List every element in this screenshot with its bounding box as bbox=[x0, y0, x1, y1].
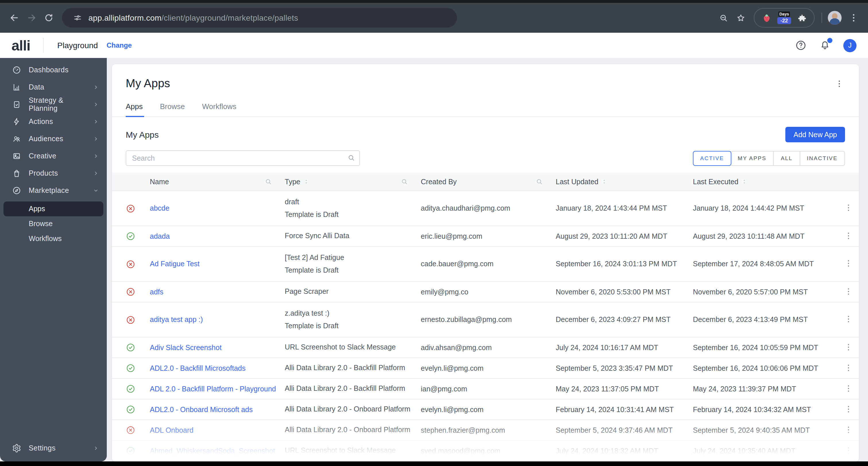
notifications-bell-icon[interactable] bbox=[819, 40, 831, 51]
page-menu-icon[interactable] bbox=[835, 79, 845, 90]
reload-icon[interactable] bbox=[40, 9, 57, 26]
sidebar-item-label: Actions bbox=[29, 118, 53, 126]
table-header-row: NameTypeCreated ByLast UpdatedLast Execu… bbox=[112, 173, 859, 191]
column-label: Created By bbox=[421, 178, 457, 186]
row-menu-icon[interactable] bbox=[844, 446, 854, 456]
row-menu-icon[interactable] bbox=[844, 314, 854, 325]
row-name-cell: adada bbox=[150, 232, 278, 240]
row-last-updated-cell: November 6, 2020 5:53:00 PM MST bbox=[556, 288, 686, 296]
sidebar-item-creative[interactable]: Creative bbox=[0, 148, 107, 165]
filter-active-button[interactable]: ACTIVE bbox=[693, 151, 732, 165]
user-avatar[interactable]: J bbox=[843, 39, 857, 52]
app-name-link[interactable]: adada bbox=[150, 232, 170, 240]
filter-inactive-button[interactable]: INACTIVE bbox=[800, 151, 845, 165]
row-menu-icon[interactable] bbox=[844, 259, 854, 269]
row-created-by-cell: aditya.chaudhari@pmg.com bbox=[421, 204, 549, 212]
browser-chrome: app.alliplatform.com/client/playground/m… bbox=[0, 0, 868, 33]
column-search-icon[interactable] bbox=[265, 178, 272, 185]
back-icon[interactable] bbox=[6, 9, 23, 26]
app-name-link[interactable]: Adiv Slack Screenshot bbox=[150, 343, 222, 351]
row-menu-icon[interactable] bbox=[844, 342, 854, 353]
row-created-by-cell: ernesto.zubillaga@pmg.com bbox=[421, 316, 549, 324]
sort-icon[interactable] bbox=[741, 179, 747, 185]
row-menu-icon[interactable] bbox=[844, 287, 854, 297]
sidebar-item-settings[interactable]: Settings bbox=[0, 440, 107, 457]
column-search-icon[interactable] bbox=[401, 178, 408, 185]
row-actions-cell bbox=[825, 446, 854, 456]
column-search-icon[interactable] bbox=[536, 178, 543, 185]
row-status-cell bbox=[126, 287, 143, 297]
app-name-link[interactable]: ADL2.0 - Backfill Microsoftads bbox=[150, 364, 245, 372]
sort-icon[interactable] bbox=[303, 179, 309, 185]
row-created-by-cell: evelyn.li@pmg.com bbox=[421, 405, 549, 413]
status-error-icon bbox=[126, 287, 135, 297]
row-name-cell: adfs bbox=[150, 288, 278, 296]
app-name-link[interactable]: Ad Fatigue Test bbox=[150, 260, 199, 268]
row-menu-icon[interactable] bbox=[844, 425, 854, 435]
app-name-link[interactable]: ADL 2.0 - Backfill Platform - Playground bbox=[150, 385, 276, 393]
browser-profile-avatar[interactable] bbox=[828, 11, 842, 25]
days-extension-badge[interactable]: Days-22 bbox=[777, 11, 792, 24]
apps-table: NameTypeCreated ByLast UpdatedLast Execu… bbox=[112, 173, 859, 461]
zoom-out-icon[interactable] bbox=[715, 9, 732, 26]
sidebar-item-marketplace[interactable]: Marketplace bbox=[0, 182, 107, 199]
app-name-link[interactable]: adfs bbox=[150, 288, 163, 296]
strawberry-extension-icon[interactable] bbox=[760, 11, 773, 25]
site-settings-icon[interactable] bbox=[70, 10, 85, 25]
status-success-icon bbox=[126, 231, 135, 241]
sidebar-subitem-apps[interactable]: Apps bbox=[3, 201, 103, 216]
app-name-link[interactable]: ADL2.0 - Onboard Microsoft ads bbox=[150, 405, 253, 413]
sidebar-subitem-browse[interactable]: Browse bbox=[3, 216, 103, 231]
help-icon[interactable] bbox=[795, 40, 807, 51]
bookmark-star-icon[interactable] bbox=[732, 9, 749, 26]
chevron-right-icon bbox=[93, 84, 99, 90]
app-name-link[interactable]: ADL Onboard bbox=[150, 426, 193, 434]
filter-all-button[interactable]: ALL bbox=[774, 151, 800, 165]
sidebar-item-dashboards[interactable]: Dashboards bbox=[0, 61, 107, 79]
app-header: alli Playground Change J bbox=[0, 33, 868, 58]
add-new-app-button[interactable]: Add New App bbox=[786, 127, 845, 142]
table-row: ADL2.0 - Backfill MicrosoftadsAlli Data … bbox=[112, 358, 859, 379]
row-status-cell bbox=[126, 363, 143, 373]
forward-icon[interactable] bbox=[23, 9, 40, 26]
row-menu-icon[interactable] bbox=[844, 363, 854, 373]
row-status-cell bbox=[126, 405, 143, 414]
sort-icon[interactable] bbox=[601, 179, 608, 185]
sidebar-item-actions[interactable]: Actions bbox=[0, 113, 107, 130]
browser-menu-icon[interactable] bbox=[845, 9, 862, 26]
row-created-by-cell: syed.masood@pmg.com bbox=[421, 447, 549, 455]
row-menu-icon[interactable] bbox=[844, 404, 854, 415]
row-created-by-cell: stephen.frazier@pmg.com bbox=[421, 426, 549, 434]
app-name-link[interactable]: aditya test app :) bbox=[150, 316, 203, 324]
row-type-cell: z.aditya test :)Template is Draft bbox=[285, 309, 414, 330]
extensions-group: Days-22 bbox=[754, 8, 815, 28]
table-row: ADL 2.0 - Backfill Platform - Playground… bbox=[112, 379, 859, 399]
tab-browse[interactable]: Browse bbox=[160, 102, 185, 117]
sidebar-item-data[interactable]: Data bbox=[0, 79, 107, 96]
puzzle-extensions-icon[interactable] bbox=[795, 11, 809, 25]
sidebar-item-label: Dashboards bbox=[29, 66, 69, 74]
change-workspace-link[interactable]: Change bbox=[106, 41, 132, 49]
search-input[interactable] bbox=[126, 150, 360, 166]
sidebar-subitem-workflows[interactable]: Workflows bbox=[3, 231, 103, 246]
row-menu-icon[interactable] bbox=[844, 203, 854, 214]
row-name-cell: ADL 2.0 - Backfill Platform - Playground bbox=[150, 385, 278, 393]
row-menu-icon[interactable] bbox=[844, 231, 854, 241]
row-actions-cell bbox=[825, 203, 854, 214]
row-menu-icon[interactable] bbox=[844, 384, 854, 394]
table-row: Ad Fatigue Test[Test 2] Ad FatigueTempla… bbox=[112, 247, 859, 282]
app-name-link[interactable]: Ahmed_WhiskersandSoda_Screenshot bbox=[150, 447, 275, 455]
table-row: adfsPage Scraperemily@pmg.coNovember 6, … bbox=[112, 282, 859, 303]
sidebar-item-audiences[interactable]: Audiences bbox=[0, 130, 107, 148]
filter-my-apps-button[interactable]: MY APPS bbox=[731, 151, 774, 165]
row-name-cell: Ahmed_WhiskersandSoda_Screenshot bbox=[150, 447, 278, 455]
app-name-link[interactable]: abcde bbox=[150, 204, 169, 212]
row-last-executed-cell: May 24, 2023 11:39:37 PM MDT bbox=[693, 385, 825, 393]
row-name-cell: Adiv Slack Screenshot bbox=[150, 343, 278, 351]
sidebar-item-products[interactable]: Products bbox=[0, 165, 107, 182]
tab-apps[interactable]: Apps bbox=[126, 102, 143, 117]
tab-workflows[interactable]: Workflows bbox=[202, 102, 236, 117]
sidebar-item-strategy-planning[interactable]: Strategy & Planning bbox=[0, 96, 107, 113]
address-bar[interactable]: app.alliplatform.com/client/playground/m… bbox=[62, 8, 457, 28]
column-label: Last Executed bbox=[693, 178, 738, 186]
